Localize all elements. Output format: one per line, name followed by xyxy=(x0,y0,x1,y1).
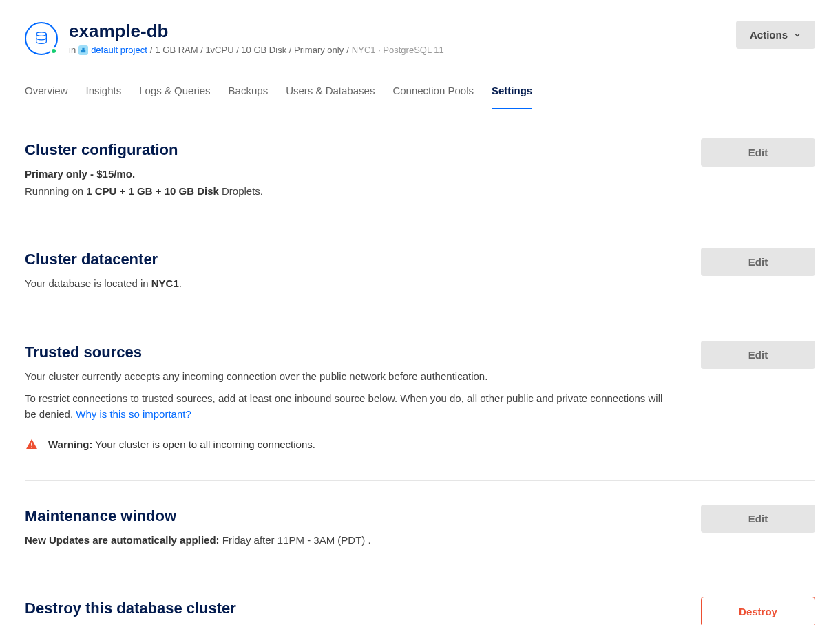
chevron-down-icon xyxy=(793,31,801,39)
tab-logs-queries[interactable]: Logs & Queries xyxy=(139,76,210,110)
warning-icon xyxy=(25,438,39,452)
maintenance-window-title: Maintenance window xyxy=(25,505,673,527)
tab-overview[interactable]: Overview xyxy=(25,76,68,110)
warning-banner: Warning: Your cluster is open to all inc… xyxy=(25,437,673,453)
trusted-sources-desc-2: To restrict connections to trusted sourc… xyxy=(25,391,673,422)
edit-cluster-config-button[interactable]: Edit xyxy=(701,138,815,167)
svg-rect-4 xyxy=(31,447,32,448)
edit-trusted-sources-button[interactable]: Edit xyxy=(701,341,815,369)
database-icon xyxy=(25,22,58,55)
edit-cluster-datacenter-button[interactable]: Edit xyxy=(701,248,815,276)
trusted-sources-desc-1: Your cluster currently accepts any incom… xyxy=(25,369,673,385)
destroy-cluster-title: Destroy this database cluster xyxy=(25,597,673,619)
breadcrumb: in default project / 1 GB RAM / 1vCPU / … xyxy=(69,43,444,57)
actions-dropdown[interactable]: Actions xyxy=(736,21,815,49)
trusted-sources-learn-link[interactable]: Why is this so important? xyxy=(76,408,191,420)
cluster-config-title: Cluster configuration xyxy=(25,138,673,161)
tab-bar: Overview Insights Logs & Queries Backups… xyxy=(25,76,815,110)
cluster-datacenter-title: Cluster datacenter xyxy=(25,248,673,271)
project-link[interactable]: default project xyxy=(78,43,147,57)
svg-rect-1 xyxy=(83,48,85,50)
destroy-cluster-button[interactable]: Destroy xyxy=(701,597,815,625)
cluster-config-running: Runnning on 1 CPU + 1 GB + 10 GB Disk Dr… xyxy=(25,184,673,200)
project-icon xyxy=(78,45,88,55)
svg-rect-3 xyxy=(31,443,32,446)
maintenance-window-line: New Updates are automatically applied: F… xyxy=(25,533,673,549)
edit-maintenance-window-button[interactable]: Edit xyxy=(701,505,815,533)
status-dot-online xyxy=(50,47,57,54)
svg-point-0 xyxy=(36,32,47,36)
tab-connection-pools[interactable]: Connection Pools xyxy=(392,76,474,110)
page-title: example-db xyxy=(69,21,444,42)
cluster-datacenter-line: Your database is located in NYC1. xyxy=(25,276,673,292)
trusted-sources-title: Trusted sources xyxy=(25,341,673,363)
tab-backups[interactable]: Backups xyxy=(229,76,269,110)
tab-insights[interactable]: Insights xyxy=(86,76,122,110)
cluster-config-plan: Primary only - $15/mo. xyxy=(25,168,135,180)
svg-rect-2 xyxy=(81,50,85,52)
tab-users-databases[interactable]: Users & Databases xyxy=(286,76,375,110)
tab-settings[interactable]: Settings xyxy=(492,76,532,110)
